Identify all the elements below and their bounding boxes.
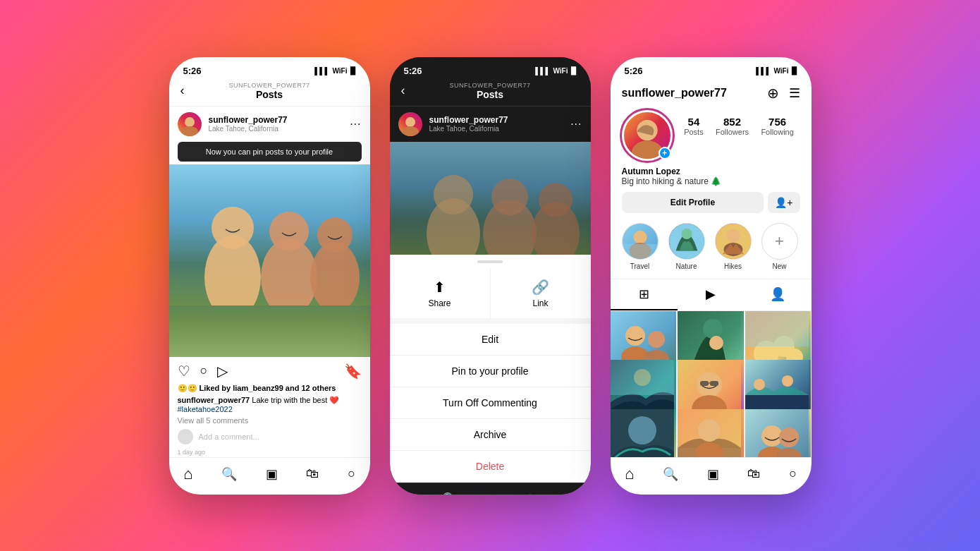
timestamp-1: 1 day ago <box>169 447 370 457</box>
avatar-1 <box>178 112 202 136</box>
profile-username: sunflower_power77 <box>622 87 727 99</box>
posts-label: Posts <box>684 128 704 136</box>
nav-profile-1[interactable]: ○ <box>348 466 355 481</box>
signal-icon-2: ▌▌▌ <box>535 67 550 75</box>
phone-1: 5:26 ▌▌▌ WiFi ▉ ‹ SUNFLOWER_POWER77 Post… <box>169 57 370 495</box>
battery-icon-2: ▉ <box>571 67 577 75</box>
status-bar-3: 5:26 ▌▌▌ WiFi ▉ <box>611 57 811 79</box>
add-icon[interactable]: ⊕ <box>767 85 779 102</box>
svg-point-64 <box>779 428 799 447</box>
post-header-1: ‹ SUNFLOWER_POWER77 Posts <box>169 79 370 107</box>
edit-button[interactable]: Edit <box>390 324 591 356</box>
svg-point-21 <box>633 230 647 243</box>
more-button-2[interactable]: ··· <box>570 118 582 131</box>
view-comments-1[interactable]: View all 5 comments <box>169 415 370 426</box>
post-location-2: Lake Tahoe, California <box>429 125 564 133</box>
highlight-new[interactable]: + New <box>761 223 798 270</box>
grid-cell-9[interactable] <box>745 409 811 457</box>
bookmark-icon-1[interactable]: 🔖 <box>344 363 362 380</box>
nav-home-3[interactable]: ⌂ <box>625 465 634 483</box>
archive-button[interactable]: Archive <box>390 419 591 451</box>
signal-icon-3: ▌▌▌ <box>756 67 771 75</box>
status-icons-3: ▌▌▌ WiFi ▉ <box>756 67 797 75</box>
following-count: 756 <box>761 116 793 128</box>
turn-off-commenting-button[interactable]: Turn Off Commenting <box>390 387 591 419</box>
highlight-hikes[interactable]: Hikes <box>715 223 752 270</box>
delete-button[interactable]: Delete <box>390 451 591 483</box>
highlight-nature[interactable]: Nature <box>668 223 705 270</box>
highlight-circle-new: + <box>761 223 798 260</box>
header-username-2: SUNFLOWER_POWER77 <box>449 82 530 89</box>
like-icon-1[interactable]: ♡ <box>178 363 190 380</box>
grid-cell-7[interactable] <box>611 409 677 457</box>
comment-icon-1[interactable]: ○ <box>200 363 208 378</box>
plus-badge[interactable]: + <box>659 147 671 159</box>
add-person-icon: 👤+ <box>775 197 792 208</box>
post-location-1: Lake Tahoe, California <box>209 125 343 133</box>
nav-search-1[interactable]: 🔍 <box>221 466 237 482</box>
svg-point-1 <box>181 126 198 136</box>
menu-icon[interactable]: ☰ <box>789 85 800 101</box>
likes-text: Liked by <box>200 384 233 392</box>
bio-text: Big into hiking & nature 🌲 <box>622 176 800 186</box>
nav-shop-1[interactable]: 🛍 <box>306 466 319 481</box>
caption-username: sunflower_power77 <box>178 396 250 404</box>
highlights: Travel Nature Hi <box>611 220 811 279</box>
highlight-label-new: New <box>772 262 786 270</box>
wifi-icon-2: WiFi <box>553 67 568 75</box>
profile-header: sunflower_power77 ⊕ ☰ <box>611 79 811 104</box>
status-bar-1: 5:26 ▌▌▌ WiFi ▉ <box>169 57 370 79</box>
nav-profile-3[interactable]: ○ <box>789 466 797 481</box>
share-icon: ⬆ <box>434 279 446 296</box>
nav-search-3[interactable]: 🔍 <box>663 466 678 482</box>
nav-search-2[interactable]: 🔍 <box>442 492 458 495</box>
phone-2: 5:26 ▌▌▌ WiFi ▉ ‹ SUNFLOWER_POWER77 Post… <box>390 57 591 495</box>
comment-placeholder[interactable]: Add a comment... <box>199 432 259 441</box>
followers-count: 852 <box>716 116 749 128</box>
nav-shop-3[interactable]: 🛍 <box>747 466 760 481</box>
nav-reel-3[interactable]: ▣ <box>707 466 719 482</box>
link-button[interactable]: 🔗 Link <box>491 269 591 318</box>
nav-reel-1[interactable]: ▣ <box>266 466 278 482</box>
likes-avatars: 🙂🙂 <box>178 384 200 392</box>
highlight-travel[interactable]: Travel <box>622 223 659 270</box>
battery-icon-3: ▉ <box>792 67 797 75</box>
pin-button[interactable]: Pin to your profile <box>390 356 591 387</box>
svg-point-8 <box>317 217 353 253</box>
nav-profile-2[interactable]: ○ <box>568 492 576 495</box>
stat-posts: 54 Posts <box>684 116 704 136</box>
add-person-button[interactable]: 👤+ <box>768 192 800 213</box>
nav-home-2[interactable]: ⌂ <box>404 490 413 495</box>
turn-off-label: Turn Off Commenting <box>443 397 537 408</box>
svg-rect-41 <box>745 311 809 346</box>
photo-grid <box>611 311 811 457</box>
stat-following[interactable]: 756 Following <box>761 116 793 136</box>
caption-text: Lake trip with the best ❤️ <box>252 396 339 404</box>
svg-point-19 <box>632 140 663 161</box>
following-label: Following <box>761 128 793 136</box>
nav-home-1[interactable]: ⌂ <box>183 465 192 483</box>
post-username-1: sunflower_power77 <box>209 115 343 125</box>
svg-point-9 <box>405 117 415 127</box>
share-button[interactable]: ⬆ Share <box>390 269 491 318</box>
liker-name: liam_beanz99 <box>233 384 283 392</box>
link-label: Link <box>532 298 548 308</box>
back-button-1[interactable]: ‹ <box>180 83 185 98</box>
grid-cell-8[interactable] <box>678 409 744 457</box>
share-icon-1[interactable]: ▷ <box>217 363 228 380</box>
back-button-2[interactable]: ‹ <box>401 83 405 98</box>
edit-profile-button[interactable]: Edit Profile <box>622 192 764 213</box>
nav-reel-2[interactable]: ▣ <box>486 492 498 495</box>
svg-rect-48 <box>700 381 709 386</box>
post-header-2: ‹ SUNFLOWER_POWER77 Posts <box>390 79 591 107</box>
stat-followers[interactable]: 852 Followers <box>716 116 749 136</box>
likes-and: and <box>286 384 300 392</box>
toast-message: Now you can pin posts to your profile <box>178 142 362 162</box>
nav-shop-2[interactable]: 🛍 <box>527 492 539 495</box>
sheet-drag <box>390 255 591 269</box>
tab-tagged[interactable]: 👤 <box>745 279 811 310</box>
tab-grid[interactable]: ⊞ <box>611 279 678 310</box>
tab-reels[interactable]: ▶ <box>678 279 745 310</box>
add-comment-1: Add a comment... <box>169 426 370 447</box>
more-button-1[interactable]: ··· <box>350 118 361 131</box>
